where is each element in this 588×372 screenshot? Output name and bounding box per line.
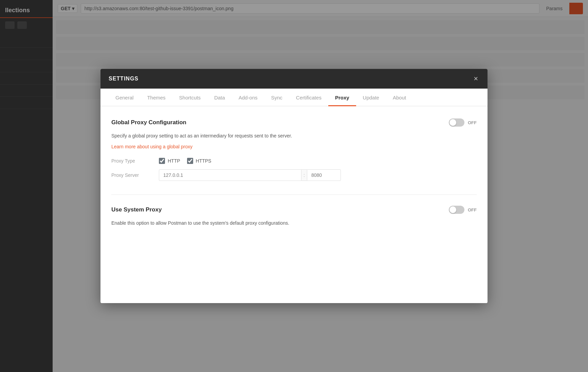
global-proxy-header: Global Proxy Configuration OFF bbox=[111, 118, 477, 127]
modal-body: Global Proxy Configuration OFF Specify a… bbox=[100, 106, 488, 303]
server-inputs: : bbox=[159, 169, 341, 181]
system-proxy-title: Use System Proxy bbox=[111, 206, 162, 213]
proxy-host-input[interactable] bbox=[159, 169, 301, 181]
global-proxy-section: Global Proxy Configuration OFF Specify a… bbox=[111, 118, 477, 181]
modal-title: SETTINGS bbox=[109, 76, 139, 82]
global-proxy-title: Global Proxy Configuration bbox=[111, 119, 186, 126]
proxy-type-checkboxes: HTTP HTTPS bbox=[159, 158, 211, 164]
tab-sync[interactable]: Sync bbox=[264, 89, 289, 106]
modal-tabs: General Themes Shortcuts Data Add-ons Sy… bbox=[100, 89, 488, 106]
section-divider bbox=[111, 194, 477, 195]
tab-data[interactable]: Data bbox=[207, 89, 232, 106]
proxy-server-label: Proxy Server bbox=[111, 172, 152, 178]
https-checkbox-item: HTTPS bbox=[187, 158, 212, 164]
http-checkbox[interactable] bbox=[159, 158, 165, 164]
global-proxy-toggle[interactable] bbox=[449, 118, 464, 127]
proxy-server-row: Proxy Server : bbox=[111, 169, 477, 181]
tab-shortcuts[interactable]: Shortcuts bbox=[172, 89, 207, 106]
settings-modal: SETTINGS × General Themes Shortcuts Data… bbox=[100, 69, 488, 303]
modal-close-button[interactable]: × bbox=[472, 75, 479, 82]
tab-certificates[interactable]: Certificates bbox=[289, 89, 328, 106]
tab-update[interactable]: Update bbox=[356, 89, 386, 106]
system-proxy-toggle-wrapper: OFF bbox=[449, 206, 477, 214]
global-proxy-track bbox=[449, 118, 464, 127]
tab-themes[interactable]: Themes bbox=[140, 89, 172, 106]
https-checkbox[interactable] bbox=[187, 158, 193, 164]
tab-about[interactable]: About bbox=[386, 89, 413, 106]
proxy-type-row: Proxy Type HTTP HTTPS bbox=[111, 158, 477, 164]
proxy-type-label: Proxy Type bbox=[111, 158, 152, 164]
global-proxy-toggle-label: OFF bbox=[468, 120, 477, 125]
tab-general[interactable]: General bbox=[109, 89, 140, 106]
modal-header: SETTINGS × bbox=[100, 69, 488, 89]
proxy-port-input[interactable] bbox=[307, 169, 341, 181]
server-separator: : bbox=[301, 169, 307, 181]
tab-proxy[interactable]: Proxy bbox=[328, 89, 356, 106]
tab-addons[interactable]: Add-ons bbox=[232, 89, 264, 106]
system-proxy-toggle-label: OFF bbox=[468, 207, 477, 212]
modal-overlay: SETTINGS × General Themes Shortcuts Data… bbox=[0, 0, 588, 372]
http-label: HTTP bbox=[168, 158, 180, 164]
system-proxy-toggle[interactable] bbox=[449, 206, 464, 214]
system-proxy-section: Use System Proxy OFF Enable this option … bbox=[111, 206, 477, 227]
system-proxy-description: Enable this option to allow Postman to u… bbox=[111, 219, 477, 227]
https-label: HTTPS bbox=[196, 158, 212, 164]
global-proxy-description: Specify a global proxy setting to act as… bbox=[111, 132, 477, 140]
learn-more-link[interactable]: Learn more about using a global proxy bbox=[111, 144, 192, 149]
proxy-form: Proxy Type HTTP HTTPS bbox=[111, 158, 477, 181]
system-proxy-track bbox=[449, 206, 464, 214]
system-proxy-header: Use System Proxy OFF bbox=[111, 206, 477, 214]
global-proxy-toggle-wrapper: OFF bbox=[449, 118, 477, 127]
http-checkbox-item: HTTP bbox=[159, 158, 180, 164]
